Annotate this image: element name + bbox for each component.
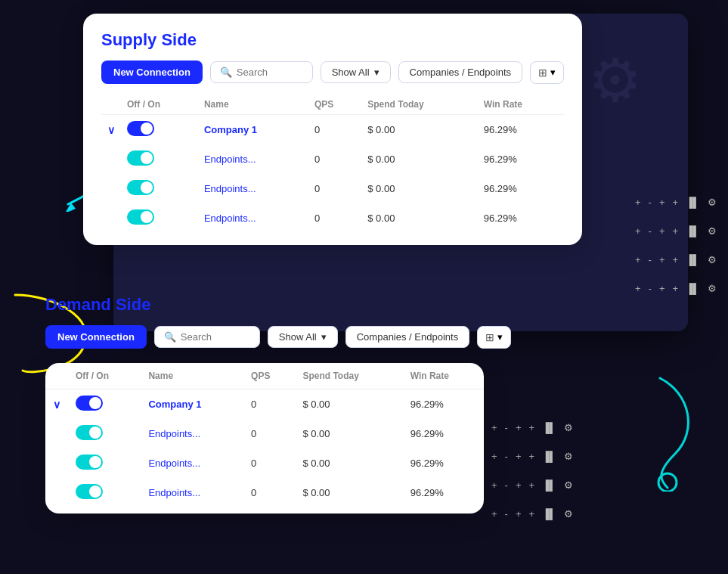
supply-companies-endpoints-button[interactable]: Companies / Endpoints xyxy=(398,61,522,83)
supply-ep2-gear-icon[interactable]: ⚙ xyxy=(708,254,717,265)
supply-action-row-ep3: + - + + ▐▌ ⚙ xyxy=(635,274,717,303)
demand-search-input[interactable] xyxy=(181,331,250,343)
demand-ep1-name: Endpoints... xyxy=(141,419,243,448)
supply-ep3-minus-1[interactable]: - xyxy=(649,283,652,294)
supply-search-input[interactable] xyxy=(237,67,303,78)
demand-ep3-winrate: 96.29% xyxy=(403,478,484,507)
supply-ep3-plus-3[interactable]: + xyxy=(673,283,679,294)
demand-toolbar: New Connection 🔍 Show All ▾ Companies / … xyxy=(45,325,511,349)
supply-company-plus-3[interactable]: + xyxy=(673,197,679,208)
supply-ep1-plus-2[interactable]: + xyxy=(659,225,665,237)
supply-new-connection-button[interactable]: New Connection xyxy=(101,61,203,84)
demand-action-row-ep2: + - + + ▐▌ ⚙ xyxy=(491,470,573,499)
demand-ep1-chart-icon[interactable]: ▐▌ xyxy=(542,451,556,462)
demand-show-all-button[interactable]: Show All ▾ xyxy=(268,326,338,348)
demand-grid-button[interactable]: ⊞ ▾ xyxy=(477,326,511,349)
demand-ep1-winrate: 96.29% xyxy=(403,419,484,448)
demand-ep2-plus-2[interactable]: + xyxy=(516,479,522,491)
supply-ep1-qps: 0 xyxy=(308,144,361,174)
supply-ep1-plus-1[interactable]: + xyxy=(635,225,641,237)
supply-ep2-plus-1[interactable]: + xyxy=(635,254,641,265)
supply-company-chevron[interactable]: ∨ xyxy=(101,115,121,145)
demand-company-plus-2[interactable]: + xyxy=(516,422,522,433)
supply-company-minus-1[interactable]: - xyxy=(649,197,652,208)
supply-ep3-plus-2[interactable]: + xyxy=(659,283,665,294)
supply-ep2-plus-3[interactable]: + xyxy=(673,254,679,265)
supply-ep1-gear-icon[interactable]: ⚙ xyxy=(708,225,717,237)
demand-ep1-toggle[interactable] xyxy=(76,425,103,440)
demand-company-gear-icon[interactable]: ⚙ xyxy=(564,422,573,433)
demand-action-row-ep3: + - + + ▐▌ ⚙ xyxy=(491,499,573,528)
supply-company-gear-icon[interactable]: ⚙ xyxy=(708,197,717,208)
supply-ep3-qps: 0 xyxy=(308,203,361,233)
demand-company-toggle[interactable] xyxy=(76,396,103,411)
demand-company-plus-3[interactable]: + xyxy=(529,422,535,433)
demand-ep2-minus-1[interactable]: - xyxy=(505,479,508,491)
supply-ep2-minus-1[interactable]: - xyxy=(649,254,652,265)
supply-ep1-toggle[interactable] xyxy=(127,150,154,166)
demand-ep2-name: Endpoints... xyxy=(141,448,243,478)
supply-ep1-minus-1[interactable]: - xyxy=(649,225,652,237)
demand-ep1-plus-3[interactable]: + xyxy=(529,451,535,462)
supply-action-row-header xyxy=(635,166,717,188)
demand-search-icon: 🔍 xyxy=(164,331,176,343)
supply-ep3-chart-icon[interactable]: ▐▌ xyxy=(686,283,699,294)
demand-company-name: Company 1 xyxy=(141,389,243,420)
demand-ep1-minus-1[interactable]: - xyxy=(505,451,508,462)
demand-company-chevron[interactable]: ∨ xyxy=(45,389,68,420)
demand-ep3-spacer xyxy=(45,478,68,507)
svg-point-1 xyxy=(658,473,677,492)
supply-grid-button[interactable]: ⊞ ▾ xyxy=(530,61,564,84)
demand-ep3-spend: $ 0.00 xyxy=(295,478,402,507)
supply-company-toggle[interactable] xyxy=(127,121,154,136)
supply-ep1-spacer xyxy=(101,144,121,174)
demand-ep3-plus-3[interactable]: + xyxy=(529,508,535,520)
demand-ep2-plus-1[interactable]: + xyxy=(491,479,497,491)
demand-ep3-toggle[interactable] xyxy=(76,484,103,499)
supply-show-all-label: Show All xyxy=(332,67,370,78)
demand-company-minus-1[interactable]: - xyxy=(505,422,508,433)
demand-ep3-plus-2[interactable]: + xyxy=(516,508,522,520)
supply-ep1-plus-3[interactable]: + xyxy=(673,225,679,237)
demand-company-plus-1[interactable]: + xyxy=(491,422,497,433)
demand-company-expand-icon[interactable]: ∨ xyxy=(53,399,60,411)
demand-ep3-gear-icon[interactable]: ⚙ xyxy=(564,508,573,520)
demand-ep2-toggle[interactable] xyxy=(76,455,103,470)
demand-ep1-gear-icon[interactable]: ⚙ xyxy=(564,451,573,462)
supply-ep1-chart-icon[interactable]: ▐▌ xyxy=(686,225,699,237)
demand-companies-endpoints-button[interactable]: Companies / Endpoints xyxy=(345,326,469,348)
supply-company-toggle-cell xyxy=(121,115,198,145)
supply-show-all-button[interactable]: Show All ▾ xyxy=(321,61,391,83)
supply-company-plus-1[interactable]: + xyxy=(635,197,641,208)
demand-new-connection-button[interactable]: New Connection xyxy=(45,325,147,349)
supply-ep3-toggle[interactable] xyxy=(127,209,154,225)
demand-company-winrate: 96.29% xyxy=(403,389,484,420)
supply-company-plus-2[interactable]: + xyxy=(659,197,665,208)
demand-ep3-minus-1[interactable]: - xyxy=(505,508,508,520)
demand-table-header: Off / On Name QPS Spend Today Win Rate xyxy=(45,363,484,389)
demand-ep2-gear-icon[interactable]: ⚙ xyxy=(564,479,573,491)
supply-ep1-winrate: 96.29% xyxy=(478,144,564,174)
demand-ep1-plus-2[interactable]: + xyxy=(516,451,522,462)
supply-company-qps: 0 xyxy=(308,115,361,145)
demand-ep2-plus-3[interactable]: + xyxy=(529,479,535,491)
demand-company-toggle-cell xyxy=(68,389,141,420)
demand-ep3-chart-icon[interactable]: ▐▌ xyxy=(542,508,556,520)
supply-ep2-toggle[interactable] xyxy=(127,180,154,195)
supply-company-chart-icon[interactable]: ▐▌ xyxy=(686,197,699,208)
demand-endpoint-row-3: Endpoints... 0 $ 0.00 96.29% xyxy=(45,478,484,507)
supply-ep2-chart-icon[interactable]: ▐▌ xyxy=(686,254,699,265)
supply-ep2-plus-2[interactable]: + xyxy=(659,254,665,265)
supply-ep3-gear-icon[interactable]: ⚙ xyxy=(708,283,717,294)
demand-ep2-winrate: 96.29% xyxy=(403,448,484,478)
supply-ep3-plus-1[interactable]: + xyxy=(635,283,641,294)
demand-ep2-spend: $ 0.00 xyxy=(295,448,402,478)
demand-ep3-plus-1[interactable]: + xyxy=(491,508,497,520)
supply-search-box: 🔍 xyxy=(210,61,313,83)
demand-ep2-chart-icon[interactable]: ▐▌ xyxy=(542,479,556,491)
supply-action-row-ep1: + - + + ▐▌ ⚙ xyxy=(635,216,717,245)
demand-company-chart-icon[interactable]: ▐▌ xyxy=(542,422,556,433)
supply-company-expand-icon[interactable]: ∨ xyxy=(107,124,115,136)
supply-ep3-spacer xyxy=(101,203,121,233)
demand-ep1-plus-1[interactable]: + xyxy=(491,451,497,462)
